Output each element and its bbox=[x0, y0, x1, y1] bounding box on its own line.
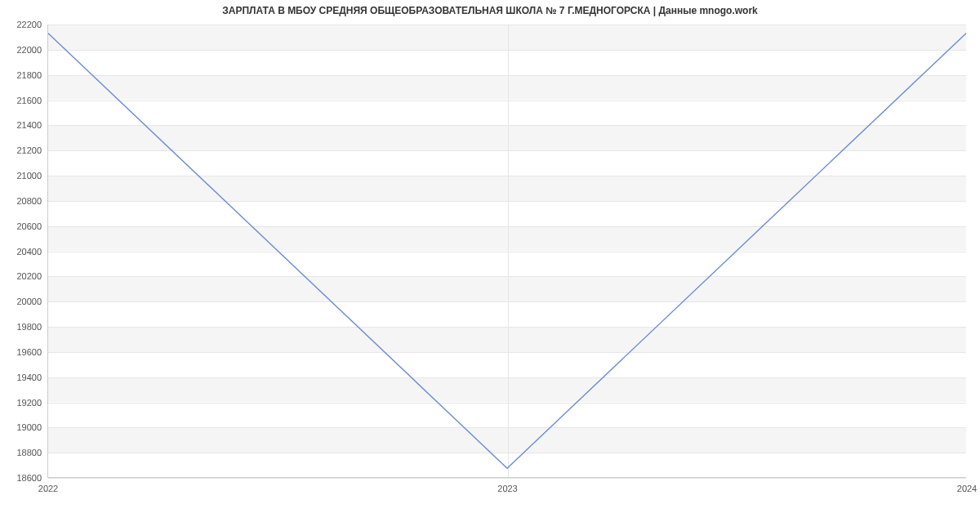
y-tick-label: 22000 bbox=[16, 45, 42, 55]
chart-title: ЗАРПЛАТА В МБОУ СРЕДНЯЯ ОБЩЕОБРАЗОВАТЕЛЬ… bbox=[0, 5, 980, 16]
y-tick-label: 19000 bbox=[16, 422, 42, 432]
chart-container: ЗАРПЛАТА В МБОУ СРЕДНЯЯ ОБЩЕОБРАЗОВАТЕЛЬ… bbox=[0, 0, 980, 531]
y-tick-label: 21600 bbox=[16, 96, 42, 105]
y-tick-label: 19200 bbox=[16, 398, 42, 408]
y-tick-label: 19600 bbox=[16, 347, 42, 357]
plot-area: 1860018800190001920019400196001980020000… bbox=[47, 25, 966, 478]
y-tick-label: 21200 bbox=[16, 145, 42, 155]
y-tick-label: 20800 bbox=[16, 196, 42, 206]
y-tick-label: 20600 bbox=[16, 221, 42, 231]
series-line bbox=[48, 33, 966, 468]
y-tick-label: 20200 bbox=[16, 271, 42, 281]
x-tick-label: 2022 bbox=[38, 484, 58, 493]
x-tick-label: 2024 bbox=[957, 484, 977, 493]
y-tick-label: 21800 bbox=[16, 70, 42, 80]
y-tick-label: 18600 bbox=[16, 473, 42, 483]
y-gridline bbox=[48, 478, 966, 479]
y-tick-label: 19400 bbox=[16, 373, 42, 382]
y-tick-label: 18800 bbox=[16, 448, 42, 457]
y-tick-label: 22200 bbox=[16, 20, 42, 29]
y-tick-label: 21400 bbox=[16, 120, 42, 130]
line-layer bbox=[48, 25, 966, 477]
y-tick-label: 20400 bbox=[16, 247, 42, 257]
y-tick-label: 19800 bbox=[16, 322, 42, 332]
x-tick-label: 2023 bbox=[497, 484, 517, 493]
y-tick-label: 21000 bbox=[16, 171, 42, 181]
y-tick-label: 20000 bbox=[16, 297, 42, 306]
